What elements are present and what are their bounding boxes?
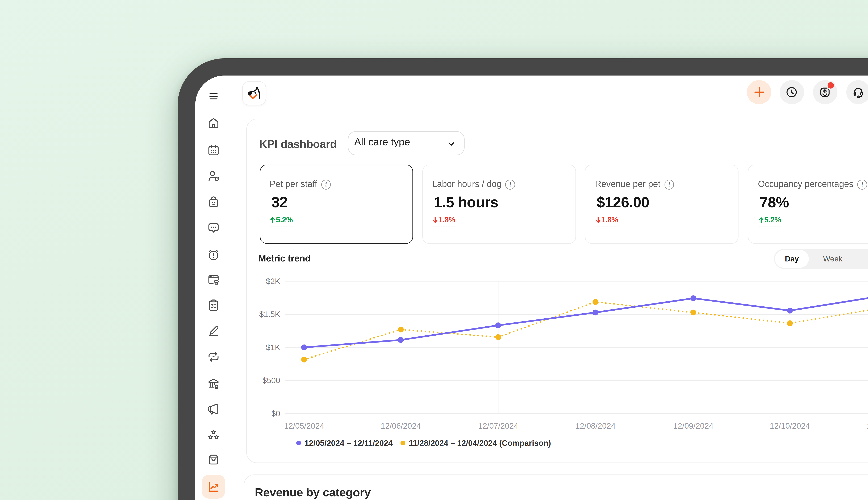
svg-text:12/08/2024: 12/08/2024 (575, 421, 616, 430)
svg-text:$1K: $1K (266, 343, 281, 352)
svg-text:12/07/2024: 12/07/2024 (478, 421, 518, 430)
svg-text:$2K: $2K (266, 277, 281, 286)
svg-text:12/11/2024: 12/11/2024 (867, 421, 868, 430)
svg-text:$1.5K: $1.5K (259, 310, 281, 319)
svg-text:12/05/2024: 12/05/2024 (284, 421, 324, 430)
svg-text:$0: $0 (272, 409, 281, 418)
svg-text:12/06/2024: 12/06/2024 (381, 421, 421, 430)
svg-text:12/10/2024: 12/10/2024 (770, 421, 810, 430)
svg-text:$500: $500 (262, 376, 281, 385)
svg-text:12/09/2024: 12/09/2024 (673, 421, 713, 430)
